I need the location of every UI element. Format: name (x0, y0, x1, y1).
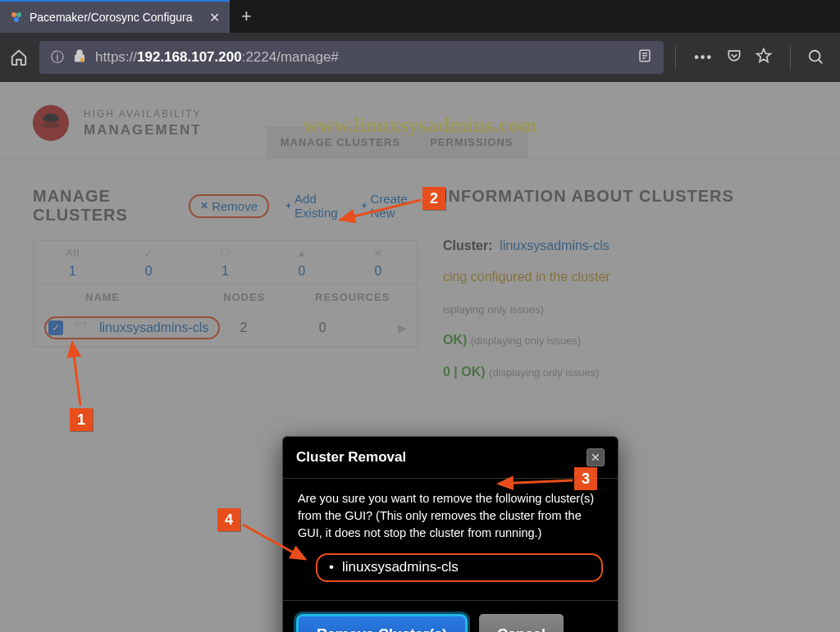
cluster-removal-modal: Cluster Removal ✕ Are you sure you want … (282, 436, 619, 632)
search-icon[interactable] (802, 48, 830, 66)
modal-title: Cluster Removal (296, 449, 406, 466)
favicon-icon (10, 11, 23, 24)
lock-warning-icon[interactable] (72, 48, 87, 66)
modal-body: Are you sure you want to remove the foll… (283, 479, 618, 600)
annotation-marker-4: 4 (217, 508, 240, 531)
more-icon[interactable]: ••• (694, 50, 713, 65)
tab-title: Pacemaker/Corosync Configura (30, 11, 203, 24)
nav-bar: ⓘ https://192.168.107.200:2224/manage# •… (0, 33, 840, 82)
svg-line-8 (819, 60, 823, 64)
modal-message: Are you sure you want to remove the foll… (298, 490, 603, 542)
modal-footer: Remove Cluster(s) Cancel (283, 600, 618, 632)
browser-tab[interactable]: Pacemaker/Corosync Configura ✕ (0, 0, 230, 33)
toolbar-icons: ••• (687, 48, 778, 67)
annotation-marker-2: 2 (422, 187, 445, 210)
bookmark-icon[interactable] (756, 48, 772, 67)
bullet-icon: • (329, 557, 334, 578)
svg-point-2 (14, 17, 19, 22)
modal-cluster-name: linuxsysadmins-cls (342, 557, 459, 578)
svg-point-0 (11, 12, 16, 17)
svg-point-7 (810, 51, 820, 61)
separator (675, 45, 676, 70)
url-bar[interactable]: ⓘ https://192.168.107.200:2224/manage# (39, 41, 664, 74)
remove-clusters-button[interactable]: Remove Cluster(s) (296, 614, 468, 632)
home-icon[interactable] (10, 48, 28, 66)
close-icon[interactable]: ✕ (209, 10, 220, 25)
cancel-button[interactable]: Cancel (479, 614, 564, 632)
modal-close-button[interactable]: ✕ (587, 448, 605, 466)
tab-bar: Pacemaker/Corosync Configura ✕ + (0, 0, 840, 33)
reader-icon[interactable] (637, 48, 652, 66)
browser-chrome: Pacemaker/Corosync Configura ✕ + ⓘ https… (0, 0, 840, 82)
page: HIGH AVAILABILITY MANAGEMENT MANAGE CLUS… (0, 82, 840, 632)
modal-cluster-item: • linuxsysadmins-cls (316, 553, 603, 582)
annotation-marker-3: 3 (574, 467, 597, 490)
modal-list: • linuxsysadmins-cls (298, 542, 603, 593)
url-text: https://192.168.107.200:2224/manage# (95, 49, 629, 66)
info-icon[interactable]: ⓘ (51, 49, 64, 66)
annotation-marker-1: 1 (70, 408, 93, 431)
new-tab-button[interactable]: + (230, 6, 263, 27)
pocket-icon[interactable] (726, 48, 742, 67)
svg-point-1 (16, 12, 21, 17)
modal-header: Cluster Removal ✕ (283, 437, 618, 479)
separator (790, 45, 791, 70)
